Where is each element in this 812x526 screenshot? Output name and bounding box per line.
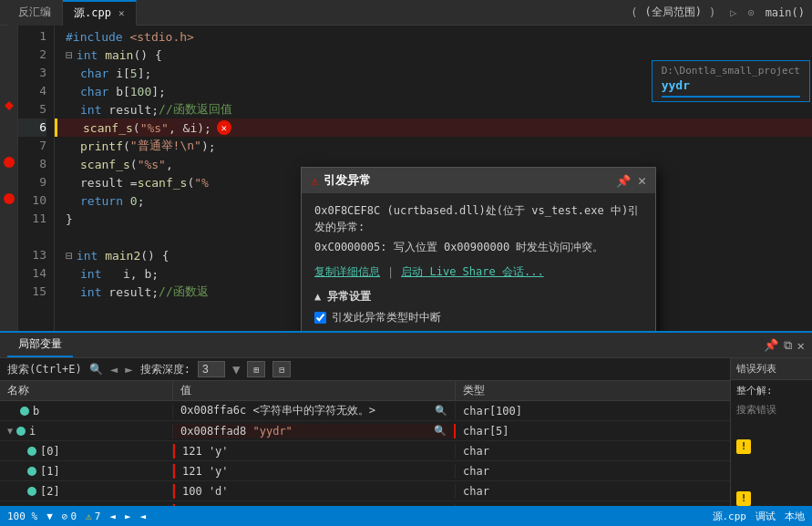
error-badge-6: ✕ (217, 120, 231, 135)
exception-from-label: 从以下位置引发时除外: (314, 329, 642, 331)
code-line-6: scanf_s("%s", &i); ✕ (55, 119, 812, 137)
var-type-i: char[5] (456, 424, 730, 438)
nav-left-status[interactable]: ◄ (109, 511, 116, 522)
expand-arrow-i[interactable]: ▼ (7, 426, 13, 436)
tab-close-icon[interactable]: ✕ (118, 7, 125, 19)
tab-source-cpp[interactable]: 源.cpp ✕ (63, 0, 137, 26)
var-name-i2: [2] (0, 484, 173, 499)
search-icon: 🔍 (89, 363, 103, 376)
error-panel-subtitle: 整个解: (731, 380, 812, 401)
var-table-header: 名称 值 类型 (0, 381, 730, 401)
panel-split-icon[interactable]: ⧉ (784, 338, 792, 353)
col-value-header: 值 (173, 381, 456, 400)
panel-close-icon[interactable]: ✕ (797, 338, 805, 353)
panel-pin-icon[interactable]: 📌 (764, 338, 778, 352)
status-bar: 100 % ▼ ⊘ 0 ⚠ 7 ◄ ► ◄ 源.cpp 调试 本地 (0, 506, 812, 526)
left-gutter (0, 26, 18, 331)
toolbar-scope: ( (全局范围) ) ▷ ⊙ main() (631, 5, 805, 20)
exception-icon: ⚠ (311, 173, 318, 188)
tab-bar: 反汇编 源.cpp ✕ ( (全局范围) ) ▷ ⊙ main() (0, 0, 812, 26)
var-row-i0[interactable]: [0] 121 'y' char (0, 441, 730, 461)
var-type-i0: char (456, 444, 730, 459)
var-type-i2: char (456, 484, 730, 499)
gutter-breakpoint-2 (4, 193, 15, 204)
warning-icon-1: ! (736, 439, 807, 454)
line-numbers: 1 2 3 4 5 6 7 8 9 10 11 13 14 15 (18, 26, 55, 331)
var-name-i0: [0] (0, 444, 173, 459)
var-name-i: ▼ i (0, 424, 173, 438)
exception-dialog: ⚠ 引发异常 📌 ✕ 0x0F8CEF8C (ucrtbased.dll)处(位… (301, 167, 656, 331)
columns-icon-btn[interactable]: ⊟ (272, 361, 291, 377)
filter-icon-btn[interactable]: ⊞ (247, 361, 265, 377)
var-name-b: b (0, 404, 173, 418)
dialog-pin-icon[interactable]: 📌 (616, 174, 631, 188)
live-share-link[interactable]: 启动 Live Share 会话... (401, 264, 543, 280)
search-depth-input[interactable] (198, 361, 225, 377)
code-editor: 1 2 3 4 5 6 7 8 9 10 11 13 14 15 #inc (0, 26, 812, 331)
exception-body1: 0x0F8CEF8C (ucrtbased.dll)处(位于 vs_test.e… (314, 202, 642, 235)
copy-details-link[interactable]: 复制详细信息 (314, 264, 380, 280)
search-value-icon-i[interactable]: 🔍 (434, 425, 447, 437)
var-value-b: 0x008ffa6c <字符串中的字符无效。> 🔍 (173, 402, 456, 419)
panel-tab-locals[interactable]: 局部变量 (7, 333, 73, 357)
panel-search-bar: 搜索(Ctrl+E) 🔍 ◄ ► 搜索深度: ▼ ⊞ ⊟ (0, 358, 730, 381)
exception-section: ▲ 异常设置 (314, 289, 642, 304)
dialog-title: 引发异常 (324, 172, 371, 189)
right-error-panel: 错误列表 整个解: 搜索错误 ! ! (730, 358, 812, 526)
search-depth-label: 搜索深度: (140, 362, 190, 377)
nav-right-status[interactable]: ► (125, 511, 131, 522)
var-name-i1: [1] (0, 464, 173, 479)
panel-header: 局部变量 📌 ⧉ ✕ (0, 333, 812, 358)
dialog-close-icon[interactable]: ✕ (638, 172, 646, 189)
tab-disassembly[interactable]: 反汇编 (7, 0, 63, 26)
code-line-7: printf("普通举!\n"); (55, 137, 812, 155)
exception-checkbox[interactable] (314, 312, 326, 324)
status-errors: ⊘ 0 (62, 511, 77, 522)
var-value-i: 0x008ffad8 "yydr" 🔍 (173, 424, 456, 438)
nav-left-btn[interactable]: ◄ (110, 362, 118, 376)
debug-value-popup: D:\Dontla_small_project yydr (652, 60, 810, 102)
status-warnings: ⚠ 7 (86, 511, 100, 522)
dialog-body: 0x0F8CEF8C (ucrtbased.dll)处(位于 vs_test.e… (302, 193, 655, 331)
debug-popup-value: yydr (662, 78, 800, 92)
search-label: 搜索(Ctrl+E) (7, 362, 82, 377)
var-value-i1: 121 'y' (173, 464, 456, 479)
panel-right-controls: 📌 ⧉ ✕ (764, 338, 805, 353)
error-panel-title: 错误列表 (731, 358, 812, 380)
var-type-i1: char (456, 464, 730, 479)
var-row-i[interactable]: ▼ i 0x008ffad8 "yydr" 🔍 char[5] (0, 421, 730, 441)
status-zoom: 100 % (7, 511, 37, 522)
var-row-i2[interactable]: [2] 100 'd' char (0, 481, 730, 501)
exception-body2: 0xC0000005: 写入位置 0x00900000 时发生访问冲突。 (314, 239, 642, 255)
gutter-breakpoint-1 (4, 157, 15, 168)
variable-panel: 搜索(Ctrl+E) 🔍 ◄ ► 搜索深度: ▼ ⊞ ⊟ 名称 值 (0, 358, 730, 526)
var-value-i2: 100 'd' (173, 484, 456, 499)
var-value-i0: 121 'y' (173, 444, 456, 459)
warning-icon-2: ! (736, 491, 807, 506)
exception-links: 复制详细信息 | 启动 Live Share 会话... (314, 264, 642, 280)
gutter-icon-1 (2, 98, 16, 113)
error-search-label: 搜索错误 (731, 401, 812, 418)
debug-popup-title: D:\Dontla_small_project (662, 65, 800, 77)
var-type-b: char[100] (456, 404, 730, 418)
svg-marker-0 (5, 101, 14, 110)
code-line-1: #include <stdio.h> (55, 27, 812, 46)
dialog-titlebar: ⚠ 引发异常 📌 ✕ (302, 168, 655, 193)
code-line-5: int result;//函数返回值 (55, 100, 812, 119)
bottom-panel: 局部变量 📌 ⧉ ✕ 搜索(Ctrl+E) 🔍 ◄ ► 搜索深度: (0, 331, 812, 526)
var-row-b[interactable]: b 0x008ffa6c <字符串中的字符无效。> 🔍 char[100] (0, 401, 730, 421)
col-name-header: 名称 (0, 381, 173, 400)
var-row-i1[interactable]: [1] 121 'y' char (0, 461, 730, 481)
exception-checkbox-row: 引发此异常类型时中断 (314, 310, 642, 325)
nav-right-btn[interactable]: ► (125, 362, 132, 376)
search-value-icon[interactable]: 🔍 (435, 405, 447, 417)
col-type-header: 类型 (456, 381, 730, 400)
